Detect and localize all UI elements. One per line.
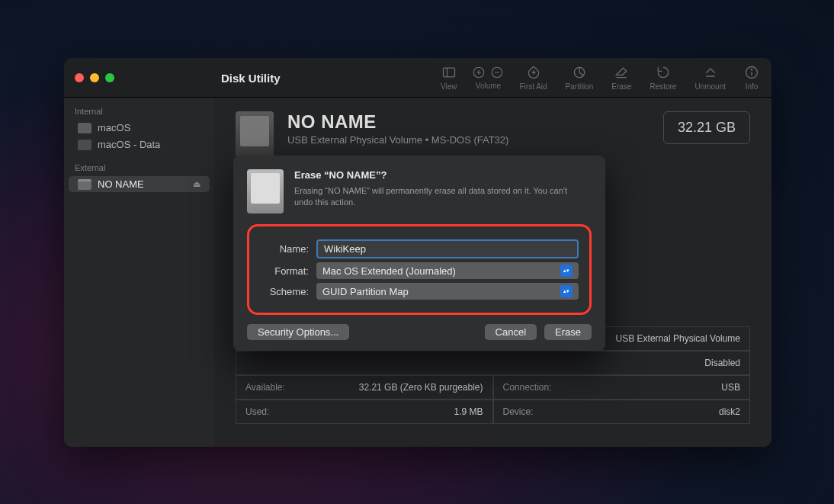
volume-name: NO NAME	[287, 111, 508, 133]
svg-rect-0	[443, 68, 454, 77]
cancel-button[interactable]: Cancel	[485, 324, 537, 340]
scheme-row: Scheme: GUID Partition Map ▴▾	[255, 283, 579, 300]
maximize-button[interactable]	[105, 73, 114, 82]
drive-icon	[236, 111, 274, 157]
unmount-label: Unmount	[694, 82, 726, 91]
scheme-select[interactable]: GUID Partition Map ▴▾	[316, 283, 579, 300]
format-value: Mac OS Extended (Journaled)	[322, 265, 456, 277]
restore-icon	[656, 65, 671, 80]
sidebar: Internal macOS macOS - Data External NO …	[64, 98, 214, 447]
sidebar-item-macos-data[interactable]: macOS - Data	[69, 136, 210, 152]
info-used-value: 1.9 MB	[454, 406, 483, 417]
erase-label: Erase	[611, 82, 631, 91]
info-cell-used: Used: 1.9 MB	[236, 400, 493, 424]
sidebar-section-internal: Internal	[64, 104, 214, 119]
capacity-badge: 32.21 GB	[663, 111, 750, 144]
close-button[interactable]	[75, 73, 84, 82]
view-label: View	[441, 82, 457, 91]
sidebar-item-label: macOS - Data	[98, 139, 160, 150]
svg-point-16	[751, 69, 752, 70]
info-cell-smart: Disabled	[236, 351, 750, 375]
erase-confirm-button[interactable]: Erase	[544, 324, 592, 340]
info-label: Info	[746, 82, 759, 91]
partition-button[interactable]: Partition	[560, 65, 600, 91]
restore-button[interactable]: Restore	[643, 65, 682, 91]
sidebar-section-external: External	[64, 160, 214, 175]
info-connection-value: USB	[721, 382, 740, 393]
select-arrows-icon: ▴▾	[560, 285, 573, 297]
unmount-button[interactable]: Unmount	[688, 65, 732, 91]
info-available-label: Available:	[245, 382, 285, 393]
titlebar: Disk Utility View Volume First Aid	[64, 58, 771, 98]
info-cell-device: Device: disk2	[493, 400, 751, 424]
format-label: Format:	[255, 265, 309, 277]
unmount-icon	[703, 65, 718, 80]
info-device-label: Device:	[503, 406, 534, 417]
info-used-label: Used:	[245, 406, 269, 417]
dialog-title: Erase “NO NAME”?	[294, 169, 584, 181]
external-disk-icon	[78, 179, 91, 190]
volume-group: Volume	[469, 66, 507, 90]
volume-icon	[78, 140, 91, 150]
volume-add-icon[interactable]	[472, 66, 486, 79]
toolbar: View Volume First Aid Partition	[435, 58, 765, 98]
sidebar-item-noname[interactable]: NO NAME ⏏	[69, 176, 210, 192]
info-device-value: disk2	[719, 406, 740, 417]
name-row: Name:	[255, 239, 579, 258]
disk-icon	[78, 123, 91, 133]
format-select[interactable]: Mac OS Extended (Journaled) ▴▾	[316, 262, 579, 279]
dialog-drive-icon	[247, 169, 284, 213]
info-available-value: 32.21 GB (Zero KB purgeable)	[359, 382, 483, 393]
app-title: Disk Utility	[221, 58, 281, 98]
window-controls	[64, 73, 114, 82]
partition-icon	[572, 65, 587, 80]
security-options-button[interactable]: Security Options...	[247, 324, 349, 340]
sidebar-item-macos[interactable]: macOS	[69, 120, 210, 136]
svg-line-11	[579, 72, 583, 75]
info-type-value: USB External Physical Volume	[616, 333, 740, 344]
sidebar-icon	[441, 65, 457, 80]
erase-dialog: Erase “NO NAME”? Erasing “NO NAME” will …	[233, 156, 605, 351]
sidebar-item-label: NO NAME	[98, 178, 144, 190]
dialog-form-highlight: Name: Format: Mac OS Extended (Journaled…	[247, 224, 592, 315]
scheme-label: Scheme:	[255, 286, 309, 297]
erase-button[interactable]: Erase	[605, 65, 637, 91]
scheme-value: GUID Partition Map	[322, 286, 409, 297]
volume-label: Volume	[476, 82, 501, 90]
info-icon	[744, 65, 759, 80]
first-aid-button[interactable]: First Aid	[513, 65, 553, 91]
info-smart-value: Disabled	[704, 358, 740, 368]
first-aid-label: First Aid	[519, 82, 547, 91]
first-aid-icon	[526, 65, 541, 80]
select-arrows-icon: ▴▾	[560, 265, 573, 277]
info-button[interactable]: Info	[738, 65, 765, 91]
format-row: Format: Mac OS Extended (Journaled) ▴▾	[255, 262, 579, 279]
partition-label: Partition	[566, 82, 594, 91]
volume-remove-icon[interactable]	[490, 66, 504, 79]
volume-subtitle: USB External Physical Volume • MS-DOS (F…	[287, 134, 508, 146]
minimize-button[interactable]	[90, 73, 99, 82]
view-button[interactable]: View	[435, 65, 464, 91]
info-cell-connection: Connection: USB	[493, 375, 751, 400]
name-label: Name:	[255, 243, 309, 255]
erase-icon	[614, 65, 629, 80]
name-input[interactable]	[316, 239, 579, 258]
sidebar-item-label: macOS	[98, 122, 130, 133]
info-connection-label: Connection:	[503, 382, 552, 393]
dialog-buttons: Security Options... Cancel Erase	[247, 324, 592, 340]
dialog-description: Erasing “NO NAME” will permanently erase…	[294, 185, 584, 209]
eject-icon[interactable]: ⏏	[193, 179, 200, 189]
restore-label: Restore	[650, 82, 676, 91]
info-cell-available: Available: 32.21 GB (Zero KB purgeable)	[236, 375, 493, 400]
